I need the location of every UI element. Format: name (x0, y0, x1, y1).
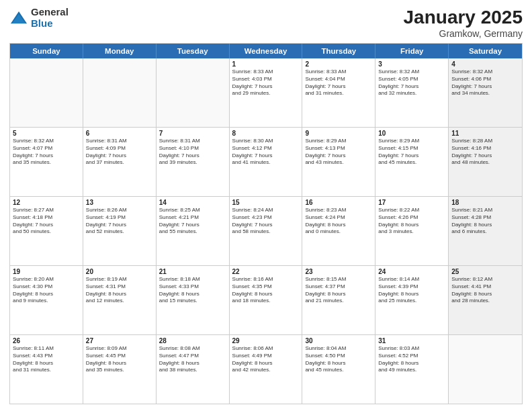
calendar-cell: 5Sunrise: 8:32 AM Sunset: 4:07 PM Daylig… (10, 128, 83, 196)
calendar-week: 5Sunrise: 8:32 AM Sunset: 4:07 PM Daylig… (10, 128, 522, 197)
weekday-header: Thursday (302, 44, 375, 58)
cell-info: Sunrise: 8:27 AM Sunset: 4:18 PM Dayligh… (13, 207, 80, 236)
day-number: 8 (232, 130, 300, 137)
cell-info: Sunrise: 8:15 AM Sunset: 4:37 PM Dayligh… (305, 276, 372, 305)
calendar-cell (449, 335, 522, 404)
day-number: 4 (451, 60, 519, 68)
day-number: 18 (451, 199, 519, 206)
day-number: 12 (13, 199, 80, 206)
day-number: 3 (378, 60, 445, 68)
calendar-cell: 15Sunrise: 8:24 AM Sunset: 4:23 PM Dayli… (230, 197, 303, 265)
logo-text: General Blue (31, 7, 69, 29)
weekday-header: Sunday (10, 44, 83, 58)
cell-info: Sunrise: 8:32 AM Sunset: 4:07 PM Dayligh… (13, 138, 80, 167)
calendar-cell: 17Sunrise: 8:22 AM Sunset: 4:26 PM Dayli… (375, 197, 449, 265)
calendar-cell: 7Sunrise: 8:31 AM Sunset: 4:10 PM Daylig… (157, 128, 230, 196)
calendar-cell: 10Sunrise: 8:29 AM Sunset: 4:15 PM Dayli… (375, 128, 449, 196)
logo-blue: Blue (31, 18, 69, 30)
calendar-cell: 27Sunrise: 8:09 AM Sunset: 4:45 PM Dayli… (83, 335, 157, 404)
title-location: Gramkow, Germany (404, 28, 523, 39)
calendar-cell: 8Sunrise: 8:30 AM Sunset: 4:12 PM Daylig… (230, 128, 303, 196)
cell-info: Sunrise: 8:23 AM Sunset: 4:24 PM Dayligh… (305, 207, 372, 236)
cell-info: Sunrise: 8:33 AM Sunset: 4:04 PM Dayligh… (305, 68, 372, 97)
cell-info: Sunrise: 8:24 AM Sunset: 4:23 PM Dayligh… (232, 207, 300, 236)
calendar-cell: 3Sunrise: 8:32 AM Sunset: 4:05 PM Daylig… (375, 58, 449, 127)
page: General Blue January 2025 Gramkow, Germa… (0, 0, 532, 411)
day-number: 26 (13, 337, 80, 345)
logo: General Blue (9, 7, 69, 29)
calendar-cell: 4Sunrise: 8:32 AM Sunset: 4:06 PM Daylig… (449, 58, 522, 127)
cell-info: Sunrise: 8:08 AM Sunset: 4:47 PM Dayligh… (159, 345, 226, 374)
day-number: 13 (86, 199, 153, 206)
day-number: 15 (232, 199, 300, 206)
day-number: 5 (13, 130, 80, 137)
day-number: 16 (305, 199, 372, 206)
calendar-cell: 29Sunrise: 8:06 AM Sunset: 4:49 PM Dayli… (230, 335, 303, 404)
calendar-cell: 31Sunrise: 8:03 AM Sunset: 4:52 PM Dayli… (375, 335, 449, 404)
day-number: 25 (451, 268, 519, 275)
calendar-week: 1Sunrise: 8:33 AM Sunset: 4:03 PM Daylig… (10, 58, 522, 128)
cell-info: Sunrise: 8:21 AM Sunset: 4:28 PM Dayligh… (451, 207, 519, 236)
day-number: 14 (159, 199, 226, 206)
cell-info: Sunrise: 8:04 AM Sunset: 4:50 PM Dayligh… (305, 345, 372, 374)
cell-info: Sunrise: 8:31 AM Sunset: 4:10 PM Dayligh… (159, 138, 226, 167)
calendar-cell: 18Sunrise: 8:21 AM Sunset: 4:28 PM Dayli… (449, 197, 522, 265)
day-number: 9 (305, 130, 372, 137)
calendar-cell: 13Sunrise: 8:26 AM Sunset: 4:19 PM Dayli… (83, 197, 157, 265)
calendar-cell: 25Sunrise: 8:12 AM Sunset: 4:41 PM Dayli… (449, 266, 522, 334)
day-number: 1 (232, 60, 300, 68)
cell-info: Sunrise: 8:18 AM Sunset: 4:33 PM Dayligh… (159, 276, 226, 305)
calendar-cell: 20Sunrise: 8:19 AM Sunset: 4:31 PM Dayli… (83, 266, 157, 334)
calendar-cell: 11Sunrise: 8:28 AM Sunset: 4:16 PM Dayli… (449, 128, 522, 196)
cell-info: Sunrise: 8:32 AM Sunset: 4:06 PM Dayligh… (451, 68, 519, 97)
cell-info: Sunrise: 8:03 AM Sunset: 4:52 PM Dayligh… (378, 345, 445, 374)
calendar-cell: 9Sunrise: 8:29 AM Sunset: 4:13 PM Daylig… (302, 128, 375, 196)
calendar-week: 26Sunrise: 8:11 AM Sunset: 4:43 PM Dayli… (10, 335, 522, 404)
cell-info: Sunrise: 8:20 AM Sunset: 4:30 PM Dayligh… (13, 276, 80, 305)
header: General Blue January 2025 Gramkow, Germa… (9, 7, 523, 39)
cell-info: Sunrise: 8:26 AM Sunset: 4:19 PM Dayligh… (86, 207, 153, 236)
calendar-cell: 23Sunrise: 8:15 AM Sunset: 4:37 PM Dayli… (302, 266, 375, 334)
weekday-header: Tuesday (157, 44, 230, 58)
logo-icon (9, 9, 28, 28)
cell-info: Sunrise: 8:33 AM Sunset: 4:03 PM Dayligh… (232, 68, 300, 97)
calendar-cell: 6Sunrise: 8:31 AM Sunset: 4:09 PM Daylig… (83, 128, 157, 196)
day-number: 30 (305, 337, 372, 345)
calendar-cell: 30Sunrise: 8:04 AM Sunset: 4:50 PM Dayli… (302, 335, 375, 404)
calendar-body: 1Sunrise: 8:33 AM Sunset: 4:03 PM Daylig… (10, 58, 522, 404)
day-number: 22 (232, 268, 300, 275)
cell-info: Sunrise: 8:14 AM Sunset: 4:39 PM Dayligh… (378, 276, 445, 305)
cell-info: Sunrise: 8:30 AM Sunset: 4:12 PM Dayligh… (232, 138, 300, 167)
calendar-cell: 24Sunrise: 8:14 AM Sunset: 4:39 PM Dayli… (375, 266, 449, 334)
day-number: 7 (159, 130, 226, 137)
calendar-cell: 28Sunrise: 8:08 AM Sunset: 4:47 PM Dayli… (157, 335, 230, 404)
calendar-cell (157, 58, 230, 127)
calendar-cell: 21Sunrise: 8:18 AM Sunset: 4:33 PM Dayli… (157, 266, 230, 334)
day-number: 10 (378, 130, 445, 137)
calendar-week: 12Sunrise: 8:27 AM Sunset: 4:18 PM Dayli… (10, 197, 522, 266)
cell-info: Sunrise: 8:32 AM Sunset: 4:05 PM Dayligh… (378, 68, 445, 97)
day-number: 6 (86, 130, 153, 137)
day-number: 2 (305, 60, 372, 68)
day-number: 27 (86, 337, 153, 345)
calendar-header: SundayMondayTuesdayWednesdayThursdayFrid… (10, 44, 522, 58)
day-number: 28 (159, 337, 226, 345)
calendar: SundayMondayTuesdayWednesdayThursdayFrid… (9, 43, 523, 404)
weekday-header: Saturday (449, 44, 522, 58)
title-block: January 2025 Gramkow, Germany (404, 7, 523, 39)
cell-info: Sunrise: 8:25 AM Sunset: 4:21 PM Dayligh… (159, 207, 226, 236)
day-number: 24 (378, 268, 445, 275)
cell-info: Sunrise: 8:19 AM Sunset: 4:31 PM Dayligh… (86, 276, 153, 305)
cell-info: Sunrise: 8:16 AM Sunset: 4:35 PM Dayligh… (232, 276, 300, 305)
calendar-week: 19Sunrise: 8:20 AM Sunset: 4:30 PM Dayli… (10, 266, 522, 335)
cell-info: Sunrise: 8:28 AM Sunset: 4:16 PM Dayligh… (451, 138, 519, 167)
calendar-cell: 14Sunrise: 8:25 AM Sunset: 4:21 PM Dayli… (157, 197, 230, 265)
day-number: 29 (232, 337, 300, 345)
day-number: 17 (378, 199, 445, 206)
cell-info: Sunrise: 8:09 AM Sunset: 4:45 PM Dayligh… (86, 345, 153, 374)
calendar-cell: 19Sunrise: 8:20 AM Sunset: 4:30 PM Dayli… (10, 266, 83, 334)
cell-info: Sunrise: 8:11 AM Sunset: 4:43 PM Dayligh… (13, 345, 80, 374)
weekday-header: Friday (375, 44, 449, 58)
cell-info: Sunrise: 8:22 AM Sunset: 4:26 PM Dayligh… (378, 207, 445, 236)
day-number: 20 (86, 268, 153, 275)
